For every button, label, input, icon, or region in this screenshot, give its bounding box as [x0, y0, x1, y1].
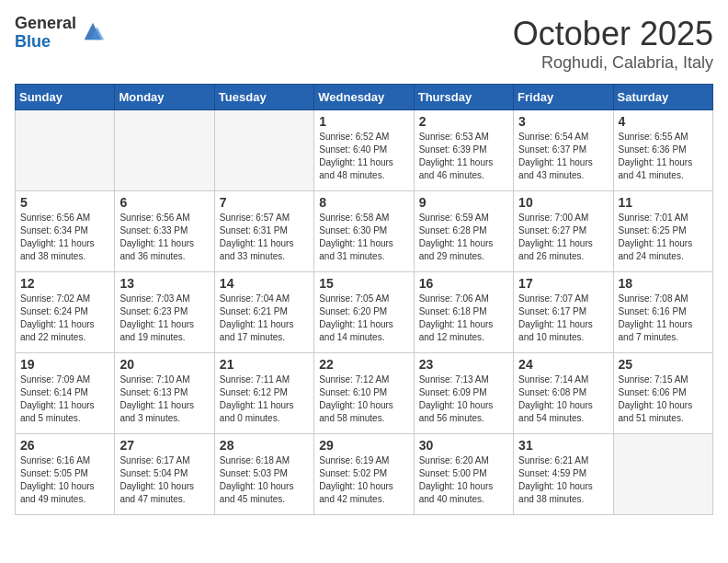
- calendar-cell: 26Sunrise: 6:16 AMSunset: 5:05 PMDayligh…: [16, 434, 115, 515]
- weekday-header-wednesday: Wednesday: [314, 85, 414, 110]
- weekday-header-sunday: Sunday: [16, 85, 115, 110]
- calendar-cell: [115, 110, 214, 191]
- day-number: 10: [518, 195, 608, 210]
- logo-text: General Blue: [15, 15, 76, 52]
- calendar-table: SundayMondayTuesdayWednesdayThursdayFrid…: [15, 84, 713, 515]
- day-info: Sunrise: 6:19 AMSunset: 5:02 PMDaylight:…: [319, 454, 408, 506]
- day-number: 17: [518, 276, 608, 291]
- week-row-1: 1Sunrise: 6:52 AMSunset: 6:40 PMDaylight…: [16, 110, 713, 191]
- week-row-2: 5Sunrise: 6:56 AMSunset: 6:34 PMDaylight…: [16, 191, 713, 272]
- calendar-cell: 29Sunrise: 6:19 AMSunset: 5:02 PMDayligh…: [314, 434, 414, 515]
- day-number: 8: [319, 195, 408, 210]
- logo: General Blue: [15, 15, 106, 52]
- day-info: Sunrise: 6:56 AMSunset: 6:33 PMDaylight:…: [119, 212, 209, 263]
- day-number: 19: [20, 357, 109, 372]
- day-info: Sunrise: 7:04 AMSunset: 6:21 PMDaylight:…: [220, 293, 309, 344]
- day-info: Sunrise: 6:21 AMSunset: 4:59 PMDaylight:…: [518, 454, 608, 506]
- day-number: 27: [119, 438, 209, 453]
- calendar-cell: 10Sunrise: 7:00 AMSunset: 6:27 PMDayligh…: [514, 191, 613, 272]
- calendar-cell: 30Sunrise: 6:20 AMSunset: 5:00 PMDayligh…: [414, 434, 513, 515]
- day-number: 7: [220, 195, 309, 210]
- day-number: 13: [119, 276, 209, 291]
- day-number: 4: [619, 114, 708, 129]
- calendar-cell: [613, 434, 712, 515]
- day-number: 11: [619, 195, 708, 210]
- day-number: 31: [518, 438, 608, 453]
- weekday-header-tuesday: Tuesday: [214, 85, 313, 110]
- day-info: Sunrise: 7:11 AMSunset: 6:12 PMDaylight:…: [220, 373, 309, 425]
- day-info: Sunrise: 7:08 AMSunset: 6:16 PMDaylight:…: [619, 293, 708, 344]
- calendar-cell: 16Sunrise: 7:06 AMSunset: 6:18 PMDayligh…: [414, 272, 513, 353]
- calendar-cell: 12Sunrise: 7:02 AMSunset: 6:24 PMDayligh…: [16, 272, 115, 353]
- day-number: 5: [20, 195, 109, 210]
- day-number: 6: [119, 195, 209, 210]
- calendar-cell: 27Sunrise: 6:17 AMSunset: 5:04 PMDayligh…: [115, 434, 214, 515]
- calendar-cell: 24Sunrise: 7:14 AMSunset: 6:08 PMDayligh…: [514, 353, 613, 434]
- title-block: October 2025 Roghudi, Calabria, Italy: [513, 15, 713, 73]
- day-number: 16: [419, 276, 508, 291]
- day-number: 22: [319, 357, 408, 372]
- day-info: Sunrise: 7:14 AMSunset: 6:08 PMDaylight:…: [518, 373, 608, 425]
- day-info: Sunrise: 6:20 AMSunset: 5:00 PMDaylight:…: [419, 454, 508, 506]
- day-number: 26: [20, 438, 109, 453]
- day-info: Sunrise: 7:01 AMSunset: 6:25 PMDaylight:…: [619, 212, 708, 263]
- calendar-cell: 8Sunrise: 6:58 AMSunset: 6:30 PMDaylight…: [314, 191, 414, 272]
- day-info: Sunrise: 6:16 AMSunset: 5:05 PMDaylight:…: [20, 454, 109, 506]
- month-title: October 2025: [513, 15, 713, 53]
- calendar-cell: 22Sunrise: 7:12 AMSunset: 6:10 PMDayligh…: [314, 353, 414, 434]
- calendar-cell: [214, 110, 313, 191]
- day-info: Sunrise: 7:10 AMSunset: 6:13 PMDaylight:…: [119, 373, 209, 425]
- calendar-cell: 17Sunrise: 7:07 AMSunset: 6:17 PMDayligh…: [514, 272, 613, 353]
- page-header: General Blue October 2025 Roghudi, Calab…: [15, 15, 713, 73]
- day-number: 9: [419, 195, 508, 210]
- day-info: Sunrise: 7:15 AMSunset: 6:06 PMDaylight:…: [619, 373, 708, 425]
- day-info: Sunrise: 7:05 AMSunset: 6:20 PMDaylight:…: [319, 293, 408, 344]
- day-info: Sunrise: 7:06 AMSunset: 6:18 PMDaylight:…: [419, 293, 508, 344]
- logo-blue: Blue: [15, 33, 76, 52]
- day-info: Sunrise: 7:13 AMSunset: 6:09 PMDaylight:…: [419, 373, 508, 425]
- day-number: 18: [619, 276, 708, 291]
- calendar-cell: 20Sunrise: 7:10 AMSunset: 6:13 PMDayligh…: [115, 353, 214, 434]
- day-info: Sunrise: 7:00 AMSunset: 6:27 PMDaylight:…: [518, 212, 608, 263]
- day-info: Sunrise: 6:18 AMSunset: 5:03 PMDaylight:…: [220, 454, 309, 506]
- calendar-cell: 4Sunrise: 6:55 AMSunset: 6:36 PMDaylight…: [613, 110, 712, 191]
- day-number: 2: [419, 114, 508, 129]
- day-info: Sunrise: 6:53 AMSunset: 6:39 PMDaylight:…: [419, 131, 508, 182]
- day-number: 12: [20, 276, 109, 291]
- calendar-cell: 3Sunrise: 6:54 AMSunset: 6:37 PMDaylight…: [514, 110, 613, 191]
- calendar-cell: 19Sunrise: 7:09 AMSunset: 6:14 PMDayligh…: [16, 353, 115, 434]
- day-number: 15: [319, 276, 408, 291]
- weekday-header-thursday: Thursday: [414, 85, 513, 110]
- day-number: 30: [419, 438, 508, 453]
- weekday-header-friday: Friday: [514, 85, 613, 110]
- day-info: Sunrise: 6:56 AMSunset: 6:34 PMDaylight:…: [20, 212, 109, 263]
- calendar-cell: 9Sunrise: 6:59 AMSunset: 6:28 PMDaylight…: [414, 191, 513, 272]
- calendar-cell: [16, 110, 115, 191]
- day-number: 23: [419, 357, 508, 372]
- calendar-cell: 13Sunrise: 7:03 AMSunset: 6:23 PMDayligh…: [115, 272, 214, 353]
- weekday-header-saturday: Saturday: [613, 85, 712, 110]
- day-info: Sunrise: 6:58 AMSunset: 6:30 PMDaylight:…: [319, 212, 408, 263]
- calendar-cell: 2Sunrise: 6:53 AMSunset: 6:39 PMDaylight…: [414, 110, 513, 191]
- weekday-header-row: SundayMondayTuesdayWednesdayThursdayFrid…: [16, 85, 713, 110]
- week-row-5: 26Sunrise: 6:16 AMSunset: 5:05 PMDayligh…: [16, 434, 713, 515]
- week-row-4: 19Sunrise: 7:09 AMSunset: 6:14 PMDayligh…: [16, 353, 713, 434]
- calendar-cell: 5Sunrise: 6:56 AMSunset: 6:34 PMDaylight…: [16, 191, 115, 272]
- day-number: 3: [518, 114, 608, 129]
- week-row-3: 12Sunrise: 7:02 AMSunset: 6:24 PMDayligh…: [16, 272, 713, 353]
- calendar-cell: 23Sunrise: 7:13 AMSunset: 6:09 PMDayligh…: [414, 353, 513, 434]
- calendar-cell: 14Sunrise: 7:04 AMSunset: 6:21 PMDayligh…: [214, 272, 313, 353]
- calendar-cell: 7Sunrise: 6:57 AMSunset: 6:31 PMDaylight…: [214, 191, 313, 272]
- day-info: Sunrise: 6:59 AMSunset: 6:28 PMDaylight:…: [419, 212, 508, 263]
- calendar-cell: 21Sunrise: 7:11 AMSunset: 6:12 PMDayligh…: [214, 353, 313, 434]
- location-title: Roghudi, Calabria, Italy: [513, 53, 713, 73]
- day-number: 20: [119, 357, 209, 372]
- day-info: Sunrise: 7:07 AMSunset: 6:17 PMDaylight:…: [518, 293, 608, 344]
- calendar-cell: 28Sunrise: 6:18 AMSunset: 5:03 PMDayligh…: [214, 434, 313, 515]
- day-info: Sunrise: 6:54 AMSunset: 6:37 PMDaylight:…: [518, 131, 608, 182]
- day-number: 24: [518, 357, 608, 372]
- day-number: 1: [319, 114, 408, 129]
- calendar-cell: 1Sunrise: 6:52 AMSunset: 6:40 PMDaylight…: [314, 110, 414, 191]
- day-number: 28: [220, 438, 309, 453]
- day-info: Sunrise: 6:55 AMSunset: 6:36 PMDaylight:…: [619, 131, 708, 182]
